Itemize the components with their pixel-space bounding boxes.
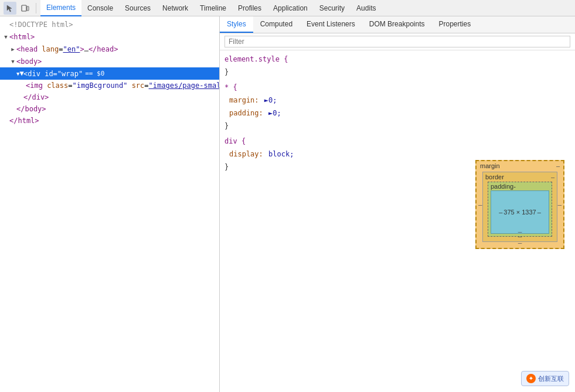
selector-div-text: div {	[224, 137, 246, 145]
tab-security[interactable]: Security	[314, 0, 351, 16]
dom-line-close-div[interactable]: </div>	[0, 91, 219, 103]
val-display: block;	[268, 150, 294, 158]
content-dash-right: –	[537, 209, 541, 216]
dom-toggle-body[interactable]	[9, 56, 16, 67]
box-border: border – padding- – 375 × 1337 –	[482, 172, 557, 242]
dom-close-html-tag: </html>	[9, 115, 39, 126]
val-padding: ►0;	[268, 109, 281, 117]
brace-text: }	[224, 68, 229, 76]
style-prop-padding: padding: ►0;	[220, 107, 575, 120]
margin-right-dash: –	[557, 201, 562, 209]
right-panel-wrapper: Styles Computed Event Listeners DOM Brea…	[220, 16, 575, 392]
selector-text: element.style {	[224, 55, 288, 63]
content-size: 375 × 1337	[503, 209, 536, 216]
device-tool-button[interactable]	[19, 2, 32, 15]
box-padding: padding- – 375 × 1337 – –	[488, 182, 552, 237]
brace-star-close: }	[224, 122, 229, 130]
dom-equals-marker: == $0	[85, 69, 104, 79]
main-nav-tabs: Elements Console Sources Network Timelin…	[40, 0, 571, 16]
margin-left-dash: –	[478, 201, 482, 209]
sub-tab-dom-breakpoints[interactable]: DOM Breakpoints	[362, 16, 432, 33]
margin-label: margin	[480, 162, 500, 169]
content-dash-left: –	[499, 209, 502, 216]
tab-console[interactable]: Console	[81, 0, 119, 16]
dom-line-div-selected[interactable]: ▼ <div id="wrap" == $0	[0, 67, 219, 80]
dom-line-body[interactable]: <body>	[0, 55, 219, 67]
style-prop-margin: margin: ►0;	[220, 94, 575, 107]
tab-sources[interactable]: Sources	[119, 0, 156, 16]
style-prop-display: display: block;	[220, 148, 575, 161]
tab-application[interactable]: Application	[267, 0, 314, 16]
box-margin: margin – border – padding- – 375 × 1337	[475, 160, 564, 249]
dom-toggle-div[interactable]: ▼	[16, 68, 23, 79]
tab-profiles[interactable]: Profiles	[232, 0, 267, 16]
style-close-star: }	[220, 120, 575, 132]
brace-div-close: }	[224, 163, 229, 171]
svg-rect-1	[27, 6, 29, 11]
top-toolbar: Elements Console Sources Network Timelin…	[0, 0, 575, 16]
sub-tabs-bar: Styles Computed Event Listeners DOM Brea…	[220, 16, 575, 33]
watermark-text: 创新互联	[538, 374, 564, 383]
box-content: – 375 × 1337 –	[491, 190, 549, 234]
sub-tab-event-listeners[interactable]: Event Listeners	[300, 16, 362, 33]
prop-padding: padding:	[229, 109, 263, 117]
cursor-tool-button[interactable]	[4, 2, 16, 15]
toolbar-divider	[36, 3, 36, 13]
selector-star-text: * {	[224, 83, 237, 91]
dom-div-tag: <div id="wrap"	[23, 69, 83, 79]
margin-bottom-dash: –	[518, 239, 522, 247]
tab-network[interactable]: Network	[156, 0, 194, 16]
style-rule-star: * { margin: ►0; padding: ►0; }	[220, 81, 575, 132]
dom-line-head[interactable]: <head lang="en">…</head>	[0, 43, 219, 55]
filter-input[interactable]	[224, 36, 570, 47]
style-close-element: }	[220, 66, 575, 79]
dom-panel[interactable]: <!DOCTYPE html> <html> <head lang="en">……	[0, 16, 220, 392]
border-label: border	[485, 173, 504, 180]
box-model-diagram: margin – border – padding- – 375 × 1337	[475, 160, 564, 253]
style-selector-element: element.style {	[220, 53, 575, 66]
border-dash-top: –	[551, 173, 554, 180]
style-rule-element-style: element.style { }	[220, 53, 575, 79]
dom-img-tag: <img class="imgBcground" src="images/pag…	[26, 80, 220, 91]
dom-line-close-html[interactable]: </html>	[0, 115, 219, 127]
svg-rect-0	[22, 5, 26, 11]
prop-display: display:	[229, 150, 263, 158]
main-container: <!DOCTYPE html> <html> <head lang="en">……	[0, 16, 575, 392]
sub-tab-properties[interactable]: Properties	[431, 16, 478, 33]
padding-label: padding-	[491, 183, 516, 190]
dom-line-html[interactable]: <html>	[0, 30, 219, 43]
tab-audits[interactable]: Audits	[351, 0, 382, 16]
style-selector-star: * {	[220, 81, 575, 94]
sub-tab-computed[interactable]: Computed	[253, 16, 300, 33]
dom-toggle-html[interactable]	[2, 31, 9, 42]
style-selector-div: div {	[220, 135, 575, 148]
dom-head-tag: <head lang="en">…</head>	[16, 44, 118, 54]
tab-elements[interactable]: Elements	[40, 0, 81, 16]
margin-dash-top: –	[556, 162, 560, 169]
sub-tab-styles[interactable]: Styles	[220, 16, 253, 33]
dom-line-close-body[interactable]: </body>	[0, 103, 219, 115]
watermark: ✦ 创新互联	[521, 371, 569, 386]
dom-doctype-text: <!DOCTYPE html>	[9, 19, 73, 30]
dom-close-div-tag: </div>	[23, 92, 49, 103]
dom-toggle-head[interactable]	[9, 43, 16, 54]
dom-html-tag: <html>	[9, 32, 35, 42]
dom-body-tag: <body>	[16, 56, 42, 67]
val-margin: ►0;	[264, 96, 277, 104]
filter-bar	[220, 33, 575, 50]
dom-close-body-tag: </body>	[16, 104, 46, 114]
dom-line-img[interactable]: <img class="imgBcground" src="images/pag…	[0, 80, 219, 91]
prop-margin: margin:	[229, 96, 259, 104]
tab-timeline[interactable]: Timeline	[194, 0, 232, 16]
dom-line-doctype[interactable]: <!DOCTYPE html>	[0, 19, 219, 30]
watermark-icon: ✦	[526, 374, 536, 383]
